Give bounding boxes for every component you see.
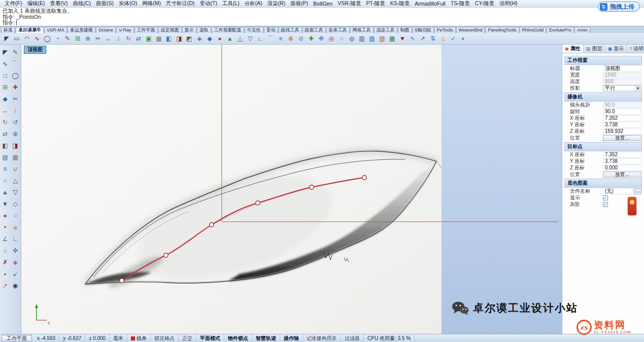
toolbar-tab[interactable]: V-Ray <box>116 27 134 33</box>
toolbar-tab[interactable]: 设定视图 <box>158 27 182 33</box>
tool-icon[interactable]: ⇄ <box>0 128 10 140</box>
menu-item[interactable]: TS-随意 <box>448 0 472 7</box>
units-cell[interactable]: 毫米 <box>110 334 127 342</box>
toolbar-icon[interactable]: ⇅ <box>428 34 438 44</box>
toolbar-icon[interactable]: ↻ <box>123 34 133 44</box>
toolbar-icon[interactable]: ⊘ <box>296 34 306 44</box>
toolbar-icon[interactable]: ○ <box>336 34 347 44</box>
toolbar-icon[interactable]: ● <box>215 34 225 44</box>
toolbar-tab[interactable]: 工作视窗配置 <box>212 27 244 33</box>
tool-icon[interactable]: ◆ <box>0 93 10 105</box>
tool-icon[interactable]: ↔ <box>0 105 10 116</box>
toolbar-icon[interactable]: ◎ <box>326 34 336 44</box>
property-value[interactable]: 859 <box>603 79 641 85</box>
toolbar-icon[interactable]: △ <box>235 34 245 44</box>
toolbar-icon[interactable]: ▭ <box>12 34 22 44</box>
toolbar-icon[interactable]: ◐ <box>458 34 468 44</box>
toolbar-tab[interactable]: VSR-MX <box>44 27 67 33</box>
control-point[interactable] <box>210 223 214 227</box>
toolbar-icon[interactable]: ◩ <box>184 34 194 44</box>
property-value[interactable]: 159.932 <box>603 128 641 134</box>
toolbar-icon[interactable]: ▼ <box>397 34 408 44</box>
menu-item[interactable]: 编辑(E) <box>24 0 47 7</box>
property-value[interactable]: 放置... <box>603 135 641 141</box>
menu-item[interactable]: BoltGen <box>311 1 335 7</box>
status-toggle[interactable]: 平面模式 <box>196 334 224 342</box>
toolbar-icon[interactable]: ✎ <box>62 34 73 44</box>
property-value[interactable]: 7.352 <box>603 152 641 158</box>
tool-icon[interactable]: ✚ <box>10 81 20 93</box>
status-toggle[interactable]: 记录建构历史 <box>303 334 341 342</box>
toolbar-icon[interactable]: ⇄ <box>133 34 144 44</box>
menu-item[interactable]: 渲染(R) <box>265 0 288 7</box>
tool-icon[interactable]: ▦ <box>10 151 20 163</box>
tool-icon[interactable]: ∠ <box>0 233 10 245</box>
menu-item[interactable]: 查看(V) <box>47 0 70 7</box>
property-value[interactable]: 3.738 <box>603 158 641 164</box>
viewport-canvas[interactable]: x 顶视图 <box>21 45 562 334</box>
tool-icon[interactable]: ⌂ <box>0 245 10 256</box>
toolbar-icon[interactable]: ▧ <box>367 34 377 44</box>
tool-icon[interactable]: ⌀ <box>10 221 20 233</box>
tool-icon[interactable]: ◨ <box>10 140 20 151</box>
toolbar-icon[interactable]: ◨ <box>174 34 184 44</box>
toolbar-icon[interactable]: ∿ <box>32 34 42 44</box>
toolbar-icon[interactable]: ✜ <box>316 34 326 44</box>
menu-item[interactable]: 文件(F) <box>2 0 24 7</box>
upload-button[interactable]: ⇅ 拖拽上传 <box>598 2 640 12</box>
menu-item[interactable]: 分析(A) <box>242 0 265 7</box>
menu-item[interactable]: 曲线(C) <box>70 0 93 7</box>
toolbar-icon[interactable]: ◈ <box>194 34 205 44</box>
toolbar-tab[interactable]: 变动 <box>264 27 278 33</box>
tool-icon[interactable]: ● <box>0 210 10 221</box>
tool-icon[interactable]: ∪ <box>10 163 20 175</box>
property-value[interactable]: 50.0 <box>603 102 641 108</box>
tool-icon[interactable]: ◯ <box>10 70 20 81</box>
toolbar-icon[interactable]: ▣ <box>144 34 154 44</box>
control-point[interactable] <box>164 253 168 257</box>
toolbar-tab[interactable]: 实体工具 <box>326 27 350 33</box>
toolbar-icon[interactable]: ⊞ <box>73 34 83 44</box>
menu-item[interactable]: 实体(O) <box>116 0 140 7</box>
toolbar-icon[interactable]: ◯ <box>42 34 52 44</box>
tool-icon[interactable]: ◈ <box>10 256 20 268</box>
tool-icon[interactable]: ∩ <box>0 175 10 186</box>
property-value[interactable]: 0.000 <box>603 165 641 171</box>
menu-item[interactable]: 网格(M) <box>140 0 163 7</box>
toolbar-icon[interactable]: ◤ <box>2 34 12 44</box>
tool-icon[interactable]: ≡ <box>0 163 10 175</box>
command-prompt[interactable]: 指令: <box>3 20 641 26</box>
control-point[interactable] <box>362 176 366 180</box>
toolbar-tab[interactable]: RhinoGold <box>520 27 547 33</box>
tool-icon[interactable]: ▤ <box>0 151 10 163</box>
toolbar-icon[interactable]: ↖ <box>408 34 418 44</box>
tool-icon[interactable]: ○ <box>10 210 20 221</box>
toolbar-icon[interactable]: ⊕ <box>83 34 93 44</box>
menu-item[interactable]: 变动(T) <box>197 0 220 7</box>
toolbar-tab[interactable]: 渲染工具 <box>374 27 397 33</box>
toolbar-icon[interactable]: ⌂ <box>438 34 448 44</box>
toolbar-icon[interactable]: ⊗ <box>286 34 296 44</box>
tool-icon[interactable]: ↗ <box>0 280 10 291</box>
toolbar-icon[interactable]: ◠ <box>22 34 32 44</box>
property-value[interactable]: (无) <box>603 188 633 194</box>
toolbar-icon[interactable]: ⌒ <box>265 34 276 44</box>
viewport-title-tab[interactable]: 顶视图 <box>24 46 46 54</box>
browse-button[interactable]: ... <box>634 188 641 194</box>
command-area[interactable]: 已加入 1 条曲线至选取集合。指令: _PointsOn 指令: <box>0 8 644 26</box>
toolbar-tab[interactable]: EvolutePro <box>547 27 574 33</box>
property-value[interactable]: 1590 <box>603 72 641 78</box>
tool-icon[interactable]: ◧ <box>0 140 10 151</box>
property-value[interactable]: 顶视图 <box>603 65 641 72</box>
toolbar-icon[interactable]: ◍ <box>347 34 357 44</box>
status-toggle[interactable]: 锁定格点 <box>151 334 179 342</box>
control-point[interactable] <box>310 185 314 189</box>
panel-tab[interactable]: ◉ 属性 <box>562 45 584 53</box>
control-point[interactable] <box>256 201 260 205</box>
toolbar-tab[interactable]: 曲面工具 <box>302 27 326 33</box>
toolbar-icon[interactable]: ▽ <box>245 34 255 44</box>
property-value[interactable]: 3.738 <box>603 122 641 128</box>
toolbar-tab[interactable]: 选取 <box>197 27 211 33</box>
toolbar-icon[interactable]: ▥ <box>357 34 367 44</box>
menu-item[interactable]: 面板(P) <box>288 0 311 7</box>
